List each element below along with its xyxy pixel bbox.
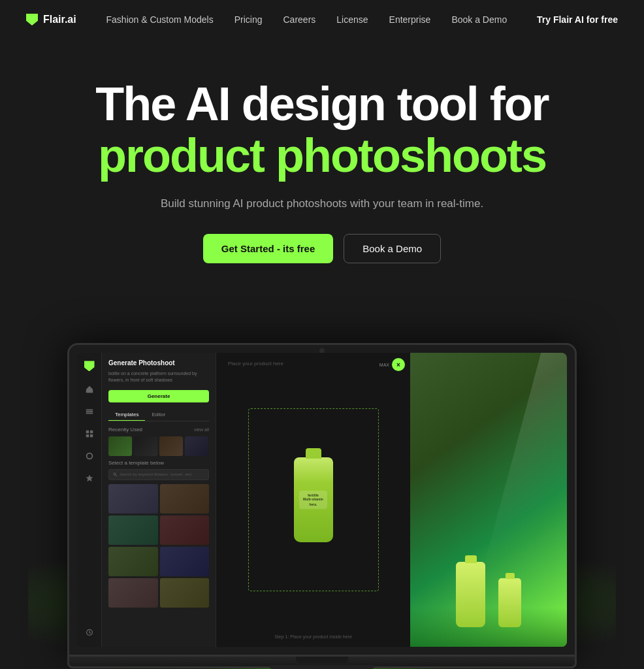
recent-thumb-2[interactable] <box>134 436 157 456</box>
hero-title: The AI design tool for product photoshoo… <box>26 78 618 182</box>
template-7[interactable] <box>108 578 158 608</box>
panel-title: Generate Photoshoot <box>108 359 209 367</box>
mockup-section: Generate Photoshoot bottle on a concrete… <box>0 316 644 668</box>
canvas-hint: Place your product here <box>228 361 283 367</box>
svg-rect-5 <box>86 431 88 433</box>
logo[interactable]: Flair.ai <box>26 14 76 25</box>
app-screen: Generate Photoshoot bottle on a concrete… <box>77 353 567 647</box>
template-1[interactable] <box>108 484 158 514</box>
laptop-mockup: Generate Photoshoot bottle on a concrete… <box>67 343 577 668</box>
max-label: MAX <box>379 363 389 367</box>
screen-bezel: Generate Photoshoot bottle on a concrete… <box>67 343 577 657</box>
result-bottle-secondary <box>498 578 521 627</box>
template-2[interactable] <box>160 484 210 514</box>
laptop-hinge-notch <box>296 657 348 663</box>
get-started-button[interactable]: Get Started - its free <box>203 234 333 263</box>
product-placement-box[interactable]: fertilifeMulti-vitamin hera. <box>248 408 379 591</box>
svg-line-13 <box>116 475 117 476</box>
sidebar-elements-icon[interactable] <box>83 427 96 440</box>
tab-templates[interactable]: Templates <box>108 409 145 421</box>
svg-rect-6 <box>89 431 92 433</box>
canvas-footer-hint: Step 1: Place your product inside here <box>274 634 352 639</box>
nav-item-careers[interactable]: Careers <box>283 14 316 25</box>
generated-result <box>410 353 567 647</box>
result-bottles <box>456 562 521 627</box>
template-grid <box>108 484 209 608</box>
svg-marker-1 <box>86 386 93 389</box>
book-demo-button[interactable]: Book a Demo <box>344 234 441 263</box>
laptop-base <box>67 657 577 668</box>
template-search[interactable]: Search by keyword (flowers, 'sunset', et… <box>108 469 209 480</box>
search-placeholder: Search by keyword (flowers, 'sunset', et… <box>120 472 191 476</box>
panel-description: bottle on a concrete platform surrounded… <box>108 370 209 383</box>
app-sidebar <box>77 353 102 647</box>
navigation: Flair.ai Fashion & Custom Models Pricing… <box>0 0 644 39</box>
hero-subtitle: Build stunning AI product photoshoots wi… <box>159 197 485 210</box>
svg-marker-10 <box>86 475 93 482</box>
bottle-sub-text: hera. <box>310 502 317 506</box>
flair-logo-icon <box>26 14 38 25</box>
nav-links: Fashion & Custom Models Pricing Careers … <box>106 14 507 25</box>
sidebar-history-icon[interactable] <box>83 626 96 639</box>
view-all-link[interactable]: view all <box>194 427 209 432</box>
svg-point-9 <box>86 453 92 459</box>
sidebar-frames-icon[interactable] <box>83 449 96 463</box>
template-3[interactable] <box>108 515 158 545</box>
generated-background <box>410 353 567 647</box>
hero-section: The AI design tool for product photoshoo… <box>0 39 644 289</box>
svg-rect-8 <box>89 434 92 437</box>
brand-name: Flair.ai <box>43 14 76 25</box>
recently-used-label: Recently Used <box>108 427 142 432</box>
nav-item-enterprise[interactable]: Enterprise <box>389 14 431 25</box>
template-4[interactable] <box>160 515 210 545</box>
result-bottle-main <box>456 562 485 627</box>
recently-used-header: Recently Used view all <box>108 427 209 432</box>
sidebar-ai-icon[interactable] <box>83 472 96 485</box>
sidebar-layers-icon[interactable] <box>83 405 96 418</box>
recent-thumb-4[interactable] <box>185 436 208 456</box>
recent-thumb-3[interactable] <box>159 436 183 456</box>
panel-tabs: Templates Editor <box>108 409 209 421</box>
nav-item-pricing[interactable]: Pricing <box>234 14 263 25</box>
svg-rect-3 <box>86 412 93 413</box>
svg-rect-2 <box>86 410 93 411</box>
try-flair-button[interactable]: Try Flair AI for free <box>537 14 618 25</box>
svg-point-12 <box>114 473 116 476</box>
svg-rect-4 <box>86 413 93 414</box>
nav-item-fashion[interactable]: Fashion & Custom Models <box>106 14 214 25</box>
product-bottle: fertilifeMulti-vitamin hera. <box>294 457 333 542</box>
recent-thumb-1[interactable] <box>108 436 132 456</box>
bottle-brand-text: fertilifeMulti-vitamin <box>303 493 323 501</box>
template-5[interactable] <box>108 547 158 576</box>
hero-cta-group: Get Started - its free Book a Demo <box>26 234 618 263</box>
template-8[interactable] <box>160 578 210 608</box>
recent-thumbnails <box>108 436 209 456</box>
bottle-label: fertilifeMulti-vitamin hera. <box>299 491 327 509</box>
svg-rect-7 <box>86 434 88 437</box>
template-6[interactable] <box>160 547 210 576</box>
svg-rect-0 <box>86 389 93 393</box>
left-panel: Generate Photoshoot bottle on a concrete… <box>102 353 216 647</box>
nav-item-book-demo[interactable]: Book a Demo <box>451 14 507 25</box>
close-canvas-btn[interactable]: × <box>392 358 405 371</box>
app-canvas: MAX × Place your product here fertilifeM… <box>216 353 410 647</box>
select-template-label: Select a template below <box>108 460 209 466</box>
sidebar-home-icon[interactable] <box>83 383 96 396</box>
canvas-controls: MAX × <box>379 358 405 371</box>
app-sidebar-logo <box>84 361 95 371</box>
tab-editor[interactable]: Editor <box>145 409 172 421</box>
nav-item-license[interactable]: License <box>336 14 368 25</box>
generate-button[interactable]: Generate <box>108 390 209 402</box>
